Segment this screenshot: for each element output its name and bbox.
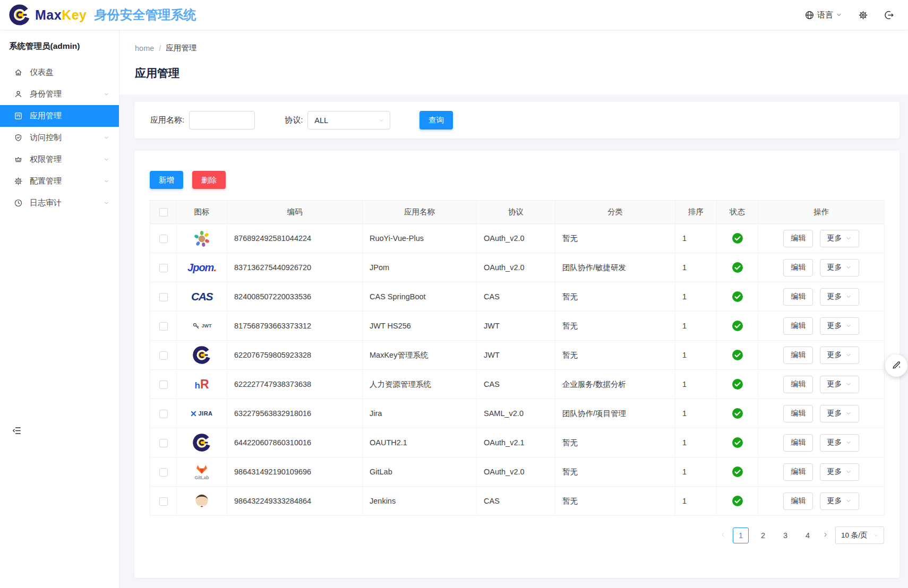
column-header: 状态 <box>717 201 758 224</box>
edit-button[interactable]: 编辑 <box>783 463 813 481</box>
page-size-value: 10 条/页 <box>841 531 868 540</box>
more-button[interactable]: 更多 <box>820 376 859 393</box>
sidebar: 系统管理员(admin) 仪表盘 身份管理 应用管理 访问控制 权限管理 配置管… <box>0 30 119 588</box>
app-name-input[interactable] <box>189 111 255 129</box>
dashboard-icon <box>14 68 23 77</box>
maxkey-admin-app: MaxKey 身份安全管理系统 语言 系统管理员(admin) 仪表盘 <box>0 0 908 588</box>
chevron-down-icon <box>845 439 852 446</box>
page-size-select[interactable]: 10 条/页 <box>835 526 884 544</box>
app-name: CAS SpringBoot <box>370 292 426 301</box>
language-dropdown[interactable]: 语言 <box>804 10 842 20</box>
table-toolbar: 新增 删除 <box>150 171 884 189</box>
edit-button[interactable]: 编辑 <box>783 317 813 335</box>
column-header: 编码 <box>227 201 363 224</box>
row-checkbox[interactable] <box>159 381 168 389</box>
more-button[interactable]: 更多 <box>820 259 859 276</box>
sidebar-item-apps[interactable]: 应用管理 <box>0 105 119 127</box>
app-sort: 1 <box>682 468 687 476</box>
row-checkbox[interactable] <box>159 468 168 477</box>
row-checkbox[interactable] <box>159 410 168 418</box>
page-button-1[interactable]: 1 <box>733 528 749 543</box>
edit-button[interactable]: 编辑 <box>783 347 813 364</box>
chevron-down-icon <box>104 91 109 97</box>
app-table-panel: 新增 删除 图标编码应用名称协议分类排序状态操作 876892492581044… <box>134 151 900 578</box>
settings-button[interactable] <box>858 10 868 20</box>
chevron-down-icon <box>845 381 852 387</box>
chevron-left-icon <box>719 531 726 540</box>
add-button[interactable]: 新增 <box>150 171 183 189</box>
column-header: 分类 <box>555 201 675 224</box>
select-all-checkbox[interactable] <box>159 208 168 217</box>
chevron-down-icon <box>104 200 109 206</box>
more-button[interactable]: 更多 <box>820 317 859 335</box>
status-enabled-icon <box>717 291 758 302</box>
edit-button[interactable]: 编辑 <box>783 434 813 452</box>
breadcrumb-current: 应用管理 <box>166 43 196 53</box>
prev-page-button[interactable] <box>719 531 726 540</box>
row-checkbox[interactable] <box>159 235 168 243</box>
brand-name: MaxKey <box>35 7 87 23</box>
row-checkbox[interactable] <box>159 439 168 447</box>
delete-button[interactable]: 删除 <box>192 171 226 189</box>
app-category: 暂无 <box>562 468 578 476</box>
row-checkbox[interactable] <box>159 293 168 301</box>
sidebar-item-audit[interactable]: 日志审计 <box>0 192 119 214</box>
column-header: 排序 <box>675 201 717 224</box>
more-button[interactable]: 更多 <box>820 405 859 422</box>
app-code: 622076759805923328 <box>234 351 311 359</box>
chevron-down-icon <box>104 157 109 162</box>
edit-button[interactable]: 编辑 <box>783 405 813 422</box>
sidebar-item-identity[interactable]: 身份管理 <box>0 83 119 105</box>
search-button[interactable]: 查询 <box>419 111 453 129</box>
more-button[interactable]: 更多 <box>820 463 859 481</box>
next-page-button[interactable] <box>822 531 829 540</box>
gear-icon <box>858 10 868 20</box>
logout-button[interactable] <box>884 10 894 20</box>
more-button[interactable]: 更多 <box>820 434 859 452</box>
brand-name-key: Key <box>62 7 87 22</box>
breadcrumb: home / 应用管理 <box>135 43 908 53</box>
chevron-down-icon <box>845 498 852 504</box>
more-button[interactable]: 更多 <box>820 347 859 364</box>
page-button-3[interactable]: 3 <box>777 528 793 543</box>
page-button-4[interactable]: 4 <box>800 528 816 543</box>
breadcrumb-home-link[interactable]: home <box>135 44 154 53</box>
chevron-down-icon <box>836 12 842 18</box>
column-header: 应用名称 <box>363 201 477 224</box>
chevron-down-icon <box>845 469 852 475</box>
chevron-down-icon <box>845 293 852 300</box>
sidebar-item-permissions[interactable]: 权限管理 <box>0 149 119 170</box>
page-title: 应用管理 <box>135 66 908 81</box>
floating-theme-button[interactable] <box>885 354 907 377</box>
edit-button[interactable]: 编辑 <box>783 376 813 393</box>
sidebar-collapse-button[interactable] <box>12 426 22 436</box>
sidebar-item-access[interactable]: 访问控制 <box>0 127 119 149</box>
row-checkbox[interactable] <box>159 322 168 331</box>
page-button-2[interactable]: 2 <box>755 528 771 543</box>
edit-button[interactable]: 编辑 <box>783 259 813 276</box>
app-sort: 1 <box>682 234 687 243</box>
app-category: 团队协作/敏捷研发 <box>562 263 626 272</box>
more-button[interactable]: 更多 <box>820 288 859 306</box>
row-checkbox[interactable] <box>159 264 168 272</box>
column-header: 图标 <box>177 201 227 224</box>
edit-button[interactable]: 编辑 <box>783 230 813 247</box>
protocol-select[interactable]: ALL <box>307 111 390 129</box>
row-checkbox[interactable] <box>159 497 168 506</box>
app-protocol: OAuth_v2.0 <box>484 468 525 476</box>
crown-icon <box>14 155 23 164</box>
more-button[interactable]: 更多 <box>820 230 859 247</box>
row-checkbox[interactable] <box>159 351 168 360</box>
sidebar-item-dashboard[interactable]: 仪表盘 <box>0 62 119 83</box>
edit-button[interactable]: 编辑 <box>783 492 813 510</box>
edit-button[interactable]: 编辑 <box>783 288 813 306</box>
status-enabled-icon <box>717 379 758 390</box>
page-head: home / 应用管理 应用管理 <box>119 30 908 94</box>
app-code: 986431492190109696 <box>234 468 311 476</box>
table-row: 644220607860310016 OAUTH2.1 OAuth_v2.1 暂… <box>150 428 885 457</box>
app-code: 632279563832918016 <box>234 409 311 418</box>
sidebar-item-config[interactable]: 配置管理 <box>0 170 119 192</box>
brand-logo: MaxKey 身份安全管理系统 <box>8 4 196 26</box>
app-name: Jira <box>370 409 382 418</box>
more-button[interactable]: 更多 <box>820 492 859 510</box>
